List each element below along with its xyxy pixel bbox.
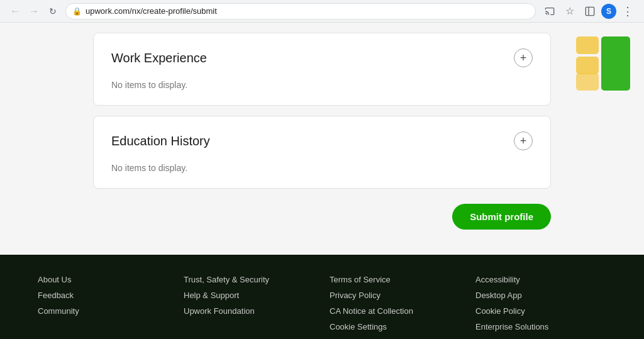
add-education-icon: + [520,135,527,148]
upwork-logo-illustration [575,35,631,92]
svg-rect-1 [586,7,594,15]
footer-link-desktop-app[interactable]: Desktop App [475,291,606,300]
lock-icon: 🔒 [72,7,82,16]
forward-button[interactable]: → [26,4,42,19]
browser-actions: ☆ S ⋮ [541,3,636,20]
footer-link-ca-notice[interactable]: CA Notice at Collection [330,306,460,316]
footer-link-trust[interactable]: Trust, Safety & Security [184,275,314,284]
footer-link-accessibility[interactable]: Accessibility [475,275,606,284]
url-text: upwork.com/nx/create-profile/submit [86,6,217,16]
footer-link-about[interactable]: About Us [38,275,169,284]
footer-col-3: Terms of Service Privacy Policy CA Notic… [330,275,460,331]
footer-link-foundation[interactable]: Upwork Foundation [184,306,314,316]
footer-link-enterprise[interactable]: Enterprise Solutions [475,322,606,331]
svg-rect-5 [576,73,599,91]
back-button[interactable]: ← [8,4,23,19]
add-work-experience-button[interactable]: + [514,48,533,67]
work-experience-title: Work Experience [111,51,207,65]
footer: About Us Feedback Community Trust, Safet… [0,255,644,339]
education-history-card: Education History + No items to display. [93,116,551,189]
footer-link-privacy[interactable]: Privacy Policy [330,291,460,300]
user-avatar[interactable]: S [601,4,616,19]
bookmark-button[interactable]: ☆ [561,3,579,20]
work-experience-empty: No items to display. [111,80,533,90]
education-history-empty: No items to display. [111,163,533,173]
education-history-header: Education History + [111,131,533,150]
profile-button[interactable] [581,3,599,20]
browser-chrome: ← → ↻ 🔒 upwork.com/nx/create-profile/sub… [0,0,644,23]
footer-link-terms[interactable]: Terms of Service [330,275,460,284]
footer-col-2: Trust, Safety & Security Help & Support … [184,275,314,331]
education-history-title: Education History [111,134,210,148]
footer-link-feedback[interactable]: Feedback [38,291,169,300]
page-content: Work Experience + No items to display. E… [0,23,644,255]
svg-rect-4 [576,57,599,74]
svg-rect-6 [601,36,630,91]
work-experience-card: Work Experience + No items to display. [93,33,551,106]
submit-area: Submit profile [83,199,561,245]
add-education-button[interactable]: + [514,131,533,150]
footer-col-4: Accessibility Desktop App Cookie Policy … [475,275,606,331]
submit-profile-button[interactable]: Submit profile [452,204,551,230]
footer-link-help[interactable]: Help & Support [184,291,314,300]
footer-grid: About Us Feedback Community Trust, Safet… [38,275,606,331]
footer-link-cookie-policy[interactable]: Cookie Policy [475,306,606,316]
reload-button[interactable]: ↻ [45,4,60,19]
footer-link-community[interactable]: Community [38,306,169,316]
address-bar[interactable]: 🔒 upwork.com/nx/create-profile/submit [65,3,536,19]
footer-col-1: About Us Feedback Community [38,275,169,331]
add-work-experience-icon: + [520,52,527,65]
footer-link-cookie-settings[interactable]: Cookie Settings [330,322,460,331]
menu-button[interactable]: ⋮ [619,3,636,20]
cast-button[interactable] [541,3,558,20]
svg-rect-3 [576,36,599,54]
main-container: Work Experience + No items to display. E… [83,33,561,189]
nav-buttons: ← → ↻ [8,4,60,19]
work-experience-header: Work Experience + [111,48,533,67]
